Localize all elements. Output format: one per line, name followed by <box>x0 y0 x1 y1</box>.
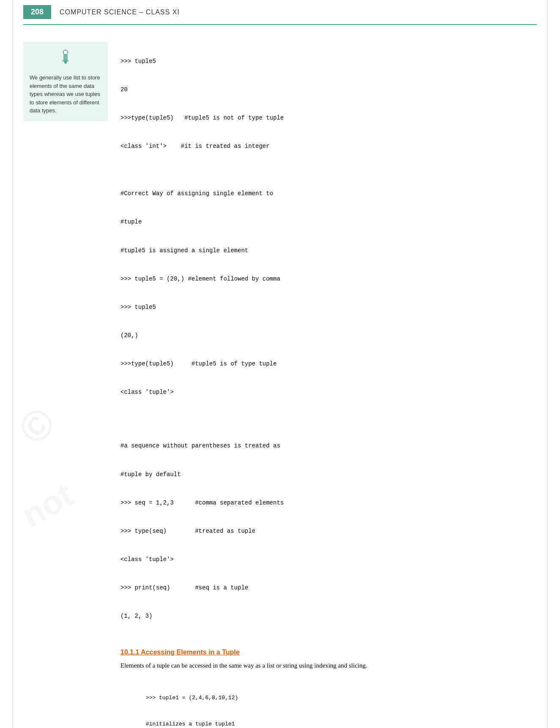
code-line: >>>type(tuple5) #tuple5 is of type tuple <box>120 359 537 368</box>
code-line: #tuple <box>120 217 537 226</box>
right-border <box>547 0 547 728</box>
svg-point-1 <box>64 51 67 54</box>
code-line: <class 'int'> #it is treated as integer <box>120 142 537 151</box>
code-line: >>>type(tuple5) #tuple5 is not of type t… <box>120 113 537 123</box>
left-sidebar: We generally use list to store elements … <box>23 38 108 728</box>
code-line: #Correct Way of assigning single element… <box>120 189 537 198</box>
svg-point-5 <box>65 62 67 64</box>
code-line: (20,) <box>120 331 537 340</box>
left-border <box>13 0 13 728</box>
code-line: #tuple by default <box>120 470 537 479</box>
code-line: >>> tuple5 <box>120 303 537 312</box>
content-area: We generally use list to store elements … <box>23 38 537 728</box>
code-line: >>> seq = 1,2,3 #comma separated element… <box>120 498 537 507</box>
code-block-3: >>> tuple1 = (2,4,6,8,10,12) #initialize… <box>146 676 537 728</box>
code-block-1: >>> tuple5 20 >>>type(tuple5) #tuple5 is… <box>120 38 537 416</box>
section-body-1011: Elements of a tuple can be accessed in t… <box>120 660 537 671</box>
note-box: We generally use list to store elements … <box>23 42 108 121</box>
code-line: >>> tuple5 <box>120 57 537 66</box>
code-line: #initializes a tuple tuple1 <box>146 720 537 728</box>
section-heading-1011: 10.1.1 Accessing Elements in a Tuple <box>120 649 537 656</box>
code-line: >>> print(seq) #seq is a tuple <box>120 583 537 592</box>
main-content: >>> tuple5 20 >>>type(tuple5) #tuple5 is… <box>120 38 537 728</box>
code-line: >>> type(seq) #treated as tuple <box>120 526 537 536</box>
code-line: >>> tuple5 = (20,) #element followed by … <box>120 274 537 284</box>
code-line: #tuple5 is assigned a single element <box>120 246 537 255</box>
page: 208 Computer Science – Class xi © not <box>0 0 560 728</box>
code-block-2: #a sequence without parentheses is treat… <box>120 423 537 640</box>
code-line: >>> tuple1 = (2,4,6,8,10,12) <box>146 694 537 703</box>
page-number: 208 <box>23 5 51 19</box>
note-icon <box>55 48 76 69</box>
code-line: <class 'tuple'> <box>120 555 537 564</box>
header-title: Computer Science – Class xi <box>60 8 180 16</box>
code-line: #a sequence without parentheses is treat… <box>120 441 537 450</box>
code-line: 20 <box>120 85 537 94</box>
code-line: <class 'tuple'> <box>120 387 537 397</box>
header-bar: 208 Computer Science – Class xi <box>23 0 537 25</box>
note-text: We generally use list to store elements … <box>30 74 101 115</box>
code-line: (1, 2, 3) <box>120 611 537 621</box>
